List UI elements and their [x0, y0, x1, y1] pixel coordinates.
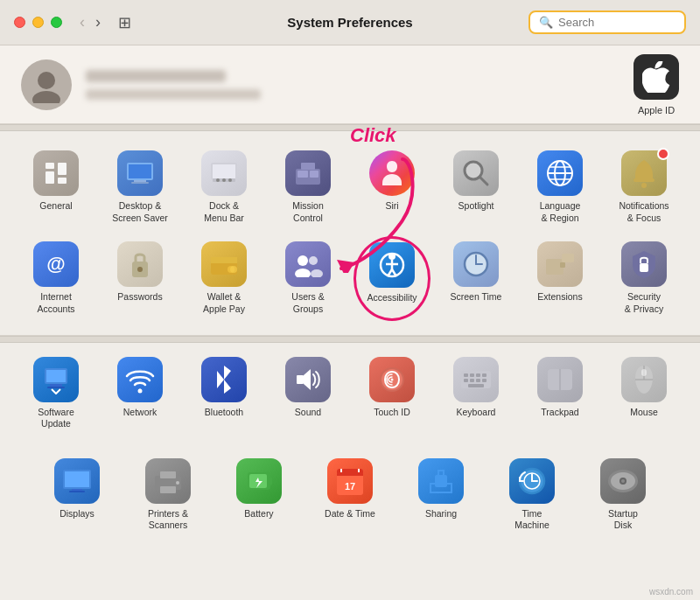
pref-item-datetime[interactable]: 17 Date & Time — [308, 453, 392, 537]
trackpad-icon — [537, 357, 583, 402]
pref-item-dock[interactable]: Dock &Menu Bar — [186, 145, 262, 229]
internet-icon: @ — [33, 241, 79, 287]
svg-rect-19 — [310, 171, 318, 178]
pref-item-passwords[interactable]: Passwords — [102, 236, 178, 320]
svg-rect-53 — [640, 263, 648, 272]
svg-point-32 — [137, 267, 143, 272]
pref-item-wallet[interactable]: Wallet &Apple Pay — [186, 236, 262, 320]
pref-item-mission[interactable]: MissionControl — [270, 145, 346, 229]
pref-item-displays[interactable]: Displays — [35, 453, 119, 537]
dock-icon — [201, 150, 247, 196]
prefs-section-2: SoftwareUpdate Network Bluet — [0, 343, 700, 552]
prefs-grid-row3: SoftwareUpdate Network Bluet — [18, 352, 682, 436]
svg-rect-80 — [69, 491, 85, 492]
startup-icon — [600, 458, 646, 504]
back-arrow[interactable]: ‹ — [76, 13, 88, 31]
svg-rect-5 — [58, 163, 66, 175]
pref-item-siri[interactable]: Siri — [354, 145, 430, 229]
pref-item-spotlight[interactable]: Spotlight — [438, 145, 514, 229]
svg-rect-20 — [301, 163, 315, 170]
svg-point-14 — [216, 178, 220, 182]
svg-rect-57 — [47, 387, 65, 388]
pref-item-notifications[interactable]: Notifications& Focus — [606, 145, 682, 229]
svg-point-36 — [230, 266, 237, 273]
internet-label: InternetAccounts — [37, 291, 74, 315]
svg-text:@: @ — [46, 253, 65, 275]
search-box[interactable]: 🔍 — [528, 10, 686, 34]
accessibility-label: Accessibility — [367, 292, 416, 304]
pref-item-keyboard[interactable]: Keyboard — [438, 352, 514, 436]
network-label: Network — [123, 407, 158, 419]
sound-icon — [285, 357, 331, 402]
siri-icon — [369, 150, 415, 196]
pref-item-accessibility[interactable]: Accessibility — [354, 236, 430, 320]
svg-rect-82 — [160, 471, 176, 478]
displays-icon — [54, 458, 100, 504]
language-icon — [537, 150, 583, 196]
svg-rect-12 — [213, 164, 235, 178]
search-input[interactable] — [558, 16, 681, 29]
svg-point-1 — [32, 91, 60, 103]
mission-label: MissionControl — [292, 200, 324, 224]
pref-item-users[interactable]: Users &Groups — [270, 236, 346, 320]
general-label: General — [39, 200, 72, 213]
svg-point-40 — [311, 269, 323, 277]
maximize-button[interactable] — [51, 17, 62, 28]
timemachine-label: TimeMachine — [514, 508, 550, 532]
screentime-label: Screen Time — [451, 291, 502, 303]
pref-item-sound[interactable]: Sound — [270, 352, 346, 436]
search-icon: 🔍 — [539, 16, 553, 29]
prefs-section-1: General Desktop &Screen Saver — [0, 131, 700, 336]
close-button[interactable] — [14, 17, 25, 28]
pref-item-security[interactable]: Security& Privacy — [606, 236, 682, 320]
siri-label: Siri — [385, 200, 398, 213]
mouse-icon — [621, 357, 667, 402]
svg-rect-64 — [470, 373, 474, 377]
svg-rect-4 — [46, 171, 54, 184]
pref-item-software[interactable]: SoftwareUpdate — [18, 352, 94, 436]
svg-point-39 — [309, 256, 318, 265]
titlebar: ‹ › ⊞ System Preferences 🔍 — [0, 0, 700, 45]
pref-item-battery[interactable]: Battery — [217, 453, 301, 537]
pref-item-mouse[interactable]: Mouse — [606, 352, 682, 436]
pref-item-sharing[interactable]: Sharing — [399, 453, 483, 537]
user-info — [86, 70, 261, 100]
minimize-button[interactable] — [32, 17, 44, 28]
pref-item-bluetooth[interactable]: Bluetooth — [186, 352, 262, 436]
pref-item-timemachine[interactable]: TimeMachine — [490, 453, 574, 537]
pref-item-internet[interactable]: @ InternetAccounts — [18, 236, 94, 320]
pref-item-startup[interactable]: StartupDisk — [581, 453, 665, 537]
pref-item-general[interactable]: General — [18, 145, 94, 229]
pref-item-screentime[interactable]: Screen Time — [438, 236, 514, 320]
pref-item-extensions[interactable]: Extensions — [522, 236, 598, 320]
dock-label: Dock &Menu Bar — [204, 200, 244, 224]
svg-rect-78 — [65, 471, 89, 487]
apple-id-button[interactable]: Apple ID — [634, 54, 679, 115]
keyboard-label: Keyboard — [457, 407, 496, 419]
printers-icon — [145, 458, 191, 504]
pref-item-language[interactable]: Language& Region — [522, 145, 598, 229]
svg-rect-68 — [470, 379, 474, 382]
software-icon — [33, 357, 79, 402]
extensions-icon — [537, 241, 583, 287]
pref-item-trackpad[interactable]: Trackpad — [522, 352, 598, 436]
pref-item-desktop[interactable]: Desktop &Screen Saver — [102, 145, 178, 229]
printers-label: Printers &Scanners — [148, 508, 188, 532]
datetime-label: Date & Time — [325, 508, 375, 520]
svg-rect-10 — [131, 182, 149, 184]
svg-rect-76 — [641, 369, 647, 376]
pref-item-touchid[interactable]: Touch ID — [354, 352, 430, 436]
prefs-grid-row1: General Desktop &Screen Saver — [18, 145, 682, 229]
svg-point-58 — [138, 388, 143, 393]
grid-view-icon[interactable]: ⊞ — [118, 13, 131, 32]
forward-arrow[interactable]: › — [92, 13, 104, 31]
svg-rect-71 — [468, 384, 484, 387]
prefs-grid-row2: @ InternetAccounts Passwords — [18, 236, 682, 320]
bluetooth-icon — [201, 357, 247, 402]
svg-rect-8 — [129, 164, 151, 178]
apple-id-label: Apple ID — [638, 105, 675, 115]
svg-rect-34 — [211, 257, 237, 263]
pref-item-printers[interactable]: Printers &Scanners — [126, 453, 210, 537]
svg-point-15 — [222, 178, 226, 182]
pref-item-network[interactable]: Network — [102, 352, 178, 436]
